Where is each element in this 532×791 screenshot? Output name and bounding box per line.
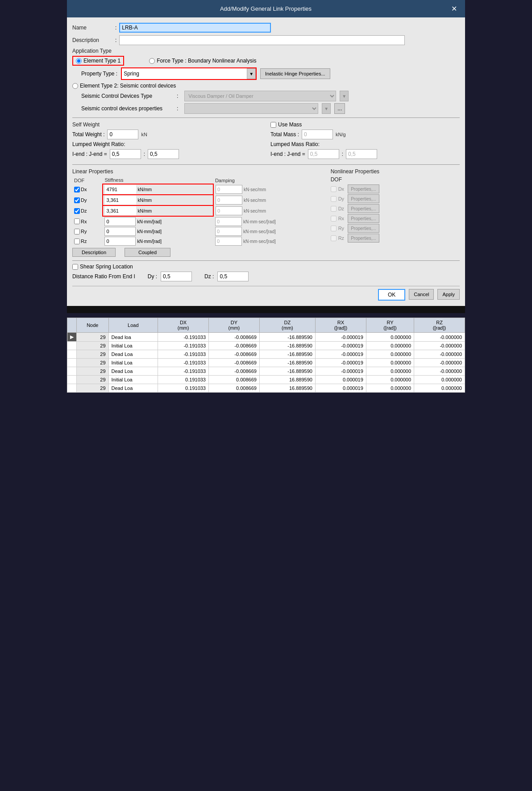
lumped-weight-label-row: Lumped Weight Ratio:: [72, 141, 262, 147]
element-type2-row: Element Type 2: Seismic control devices: [72, 83, 460, 89]
row-rx: -0.000019: [315, 359, 366, 367]
dof-Dy-stiffness-cell[interactable]: kN/mm: [103, 195, 213, 205]
seismic-type-select[interactable]: Viscous Damper / Oil Damper: [184, 91, 336, 101]
dof-Ry-damping-input[interactable]: [215, 227, 242, 236]
row-dy: -0.008669: [209, 333, 260, 342]
dof-Dy-damping-cell[interactable]: kN·sec/mm: [213, 195, 331, 205]
element-type2-radio[interactable]: [72, 83, 78, 89]
table-row: 29 Dead Loa -0.191033 -0.008669 -16.8895…: [67, 350, 465, 359]
cancel-button[interactable]: Cancel: [409, 289, 434, 300]
row-ry: 0.000000: [366, 376, 414, 384]
title-bar: Add/Modify General Link Properties ✕: [67, 0, 465, 17]
total-mass-input[interactable]: [302, 130, 333, 139]
row-dx: 0.191033: [158, 376, 209, 384]
dof-Rz-damping-unit: kN·mm·sec/[rad]: [243, 239, 276, 244]
row-dz: -16.889590: [259, 342, 315, 350]
dof-Rx-checkbox[interactable]: [74, 218, 80, 224]
nl-Dz-checkbox[interactable]: [331, 206, 337, 212]
lm-iend-input[interactable]: [308, 149, 339, 159]
dof-check-cell[interactable]: Rx: [72, 216, 103, 226]
lm-jend-input[interactable]: [346, 149, 377, 159]
description-row: Description :: [72, 35, 460, 45]
coupled-button[interactable]: Coupled: [125, 248, 170, 257]
dof-Dx-stiffness-cell[interactable]: kN/mm: [103, 184, 213, 195]
dof-check-cell[interactable]: Ry: [72, 226, 103, 236]
dof-Dx-checkbox[interactable]: [74, 187, 80, 193]
element-type1-radio[interactable]: [76, 58, 82, 64]
nl-Dz-properties-button[interactable]: Properties,...: [348, 204, 379, 213]
row-ry: 0.000000: [366, 350, 414, 359]
close-button[interactable]: ✕: [449, 4, 460, 14]
row-node: 29: [77, 359, 109, 367]
dof-Rz-checkbox[interactable]: [74, 239, 80, 244]
nl-Ry-properties-button[interactable]: Properties,...: [348, 224, 379, 233]
total-mass-label: Total Mass :: [270, 131, 299, 138]
row-load: Initial Loa: [108, 376, 158, 384]
desc-input[interactable]: [119, 35, 405, 45]
dof-Ry-damping-cell[interactable]: kN·mm·sec/[rad]: [213, 226, 331, 236]
dof-Rz-stiffness-input[interactable]: [104, 237, 136, 246]
dof-Ry-stiffness-cell[interactable]: kN·mm/[rad]: [103, 226, 213, 236]
use-mass-row: Use Mass: [270, 121, 460, 128]
use-mass-checkbox[interactable]: [270, 122, 276, 128]
total-weight-input[interactable]: [107, 130, 138, 139]
dof-Ry-checkbox[interactable]: [74, 229, 80, 234]
dof-Dx-damping-cell[interactable]: kN·sec/mm: [213, 184, 331, 195]
property-type-select[interactable]: Spring: [122, 68, 247, 79]
dof-Dy-stiffness-input[interactable]: [105, 196, 136, 205]
dof-Dz-stiffness-cell[interactable]: kN/mm: [103, 205, 213, 216]
dof-Rx-stiffness-input[interactable]: [104, 217, 136, 226]
dof-Rx-damping-input[interactable]: [215, 217, 242, 226]
row-dz: 16.889590: [259, 376, 315, 384]
dof-Dz-damping-cell[interactable]: kN·sec/mm: [213, 205, 331, 216]
nl-Rz-checkbox[interactable]: [331, 235, 337, 241]
dof-Dz-checkbox[interactable]: [74, 208, 80, 214]
row-rz: -0.000000: [414, 333, 465, 342]
row-dx: 0.191033: [158, 384, 209, 393]
dof-Dx-stiffness-input[interactable]: [105, 185, 136, 194]
nl-Dx-checkbox[interactable]: [331, 186, 337, 192]
dof-Dz-stiffness-input[interactable]: [105, 206, 136, 215]
ok-button[interactable]: OK: [378, 289, 405, 301]
dof-check-cell[interactable]: Rz: [72, 236, 103, 246]
lw-jend-input[interactable]: [148, 149, 179, 159]
dof-check-cell[interactable]: Dz: [72, 205, 103, 216]
nl-Dx-properties-button[interactable]: Properties,...: [348, 184, 379, 193]
nl-Dy-checkbox[interactable]: [331, 196, 337, 202]
nl-Rz-properties-button[interactable]: Properties,...: [348, 234, 379, 243]
dof-Dy-damping-input[interactable]: [216, 196, 242, 205]
dof-Dz-damping-unit: kN·sec/mm: [244, 209, 266, 213]
dof-Ry-stiffness-input[interactable]: [104, 227, 136, 236]
lw-iend-input[interactable]: [110, 149, 141, 159]
dy-input[interactable]: [161, 272, 192, 281]
dof-Rx-damping-cell[interactable]: kN·mm·sec/[rad]: [213, 216, 331, 226]
apply-button[interactable]: Apply: [437, 289, 460, 300]
nl-Rx-properties-button[interactable]: Properties,...: [348, 214, 379, 223]
dof-Dx-stiffness-unit: kN/mm: [137, 187, 152, 192]
dof-Rx-stiffness-cell[interactable]: kN·mm/[rad]: [103, 216, 213, 226]
row-rz: -0.000000: [414, 367, 465, 376]
force-type-radio[interactable]: [149, 58, 155, 64]
seismic-props-select[interactable]: [184, 103, 318, 114]
description-button[interactable]: Description: [72, 248, 116, 257]
dof-Dz-damping-input[interactable]: [216, 206, 242, 215]
dof-Rz-damping-input[interactable]: [215, 237, 242, 246]
dof-check-cell[interactable]: Dy: [72, 195, 103, 205]
name-input[interactable]: [119, 23, 271, 33]
app-type-label: Application Type: [72, 48, 460, 54]
dof-Rz-damping-cell[interactable]: kN·mm·sec/[rad]: [213, 236, 331, 246]
shear-spring-checkbox[interactable]: [72, 264, 78, 270]
dof-Rz-stiffness-cell[interactable]: kN·mm/[rad]: [103, 236, 213, 246]
linear-section: Linear Properties DOF Stiffness Damping …: [72, 168, 331, 257]
dof-check-cell[interactable]: Dx: [72, 184, 103, 195]
dof-Dx-damping-input[interactable]: [216, 185, 242, 194]
nl-Dy-properties-button[interactable]: Properties,...: [348, 194, 379, 203]
nl-Rx-checkbox[interactable]: [331, 216, 337, 222]
dz-input[interactable]: [217, 272, 249, 281]
nl-Ry-checkbox[interactable]: [331, 226, 337, 231]
dof-Dy-checkbox[interactable]: [74, 197, 80, 203]
inelastic-hinge-button[interactable]: Inelastic Hinge Properties...: [260, 68, 330, 79]
row-dx: -0.191033: [158, 367, 209, 376]
shear-section: Shear Spring Location Distance Ratio Fro…: [72, 260, 460, 281]
seismic-props-ellipsis-button[interactable]: ...: [334, 103, 345, 114]
